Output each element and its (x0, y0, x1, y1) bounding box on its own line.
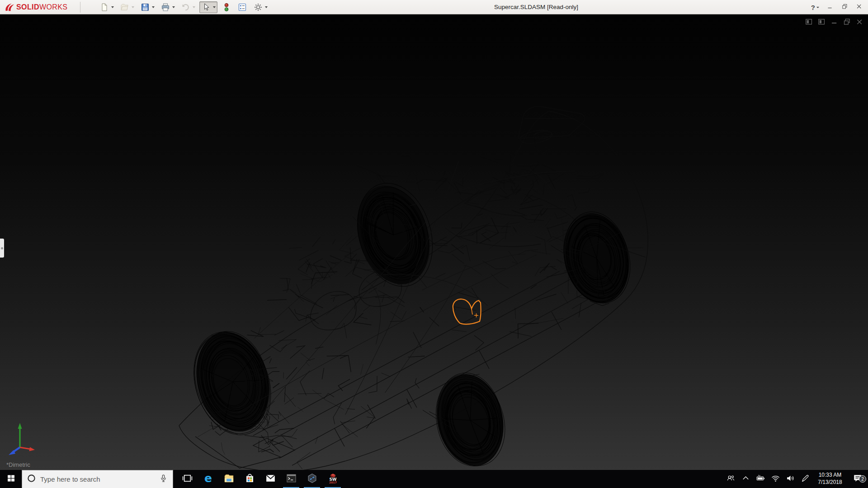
window-controls: ? (811, 0, 863, 14)
title-bar: SOLID WORKS Supercar.SLDASM [Read-only] … (0, 0, 868, 14)
save-button[interactable] (138, 1, 156, 13)
wifi-tray-button[interactable] (768, 470, 783, 488)
dropdown-arrow-icon (172, 6, 175, 8)
minimize-button[interactable] (827, 3, 834, 12)
cmd-icon (286, 473, 297, 486)
viewport-pane-right-button[interactable] (816, 18, 826, 28)
undo-icon (181, 2, 191, 12)
viewport-close-button[interactable] (854, 18, 864, 28)
hidden-icons-chevron-tray-button[interactable] (738, 470, 753, 488)
wifi-icon (771, 474, 780, 485)
restore-button[interactable] (841, 3, 848, 12)
toolbar-separator (80, 2, 80, 13)
document-window-controls (804, 18, 864, 28)
wireframe-car-model (0, 15, 868, 470)
open-folder-icon (120, 2, 130, 12)
explorer-icon (223, 473, 235, 486)
taskbar-app-buttons: eSW2017 (177, 470, 343, 488)
file-explorer-taskbar-button[interactable] (218, 470, 239, 488)
task-view-taskbar-button[interactable] (177, 470, 198, 488)
selected-edge-highlight (453, 299, 481, 324)
feature-panel-collapsed-tab[interactable] (0, 239, 4, 258)
viewport-restore-button[interactable] (842, 18, 852, 28)
store-icon (244, 473, 255, 486)
battery-icon (756, 474, 765, 485)
solidworks-icon: SW2017 (327, 473, 339, 486)
brand-text-bold: SOLID (16, 3, 39, 11)
volume-icon (786, 474, 795, 485)
select-cursor-icon (201, 2, 211, 12)
save-floppy-icon (140, 2, 150, 12)
brand-text-light: WORKS (39, 3, 67, 11)
minimize-icon (827, 3, 834, 12)
dropdown-arrow-icon (111, 6, 114, 8)
print-button[interactable] (159, 1, 177, 13)
hexagon-app-taskbar-button[interactable] (302, 470, 322, 488)
toolbar-flyout-button[interactable] (70, 1, 78, 13)
file-properties-button[interactable] (236, 1, 249, 13)
gear-icon (253, 2, 263, 12)
people-icon (726, 474, 736, 485)
people-tray-button[interactable] (723, 470, 738, 488)
action-center-button[interactable]: 2 (847, 473, 868, 485)
start-button[interactable] (0, 470, 22, 488)
windows-ink-tray-button[interactable] (798, 470, 813, 488)
restore-icon (841, 3, 848, 12)
microsoft-store-taskbar-button[interactable] (239, 470, 260, 488)
task-view-icon (182, 473, 193, 486)
clock-date: 7/13/2018 (813, 479, 847, 486)
viewport-minimize-button[interactable] (829, 18, 839, 28)
dropdown-arrow-icon (265, 6, 268, 8)
solidworks-logo-icon (5, 2, 14, 12)
command-prompt-taskbar-button[interactable] (281, 470, 302, 488)
notification-badge: 2 (859, 475, 866, 483)
tray-icons (723, 470, 813, 488)
vp-minimize-icon (830, 18, 839, 28)
vp-close-icon (855, 18, 864, 28)
undo-button[interactable] (179, 1, 197, 13)
new-document-icon (99, 2, 109, 12)
edge-icon: e (203, 473, 214, 486)
solidworks-2017-taskbar-button[interactable]: SW2017 (322, 470, 343, 488)
windows-start-icon (6, 474, 16, 485)
vp-pane-icon (817, 18, 826, 28)
volume-tray-button[interactable] (783, 470, 798, 488)
edge-taskbar-button[interactable]: e (198, 470, 218, 488)
help-dropdown-icon (816, 7, 819, 8)
microphone-icon[interactable] (159, 474, 168, 485)
search-input[interactable] (40, 475, 155, 483)
dropdown-arrow-icon (213, 6, 216, 8)
close-icon (856, 3, 863, 12)
pen-icon (801, 474, 810, 485)
svg-text:e: e (204, 473, 212, 484)
battery-charging-tray-button[interactable] (753, 470, 768, 488)
help-icon: ? (811, 4, 815, 11)
panel-tab-grip-icon (1, 247, 3, 249)
properties-list-icon (237, 2, 247, 12)
traffic-light-icon (222, 2, 231, 12)
document-title: Supercar.SLDASM [Read-only] (494, 0, 578, 14)
taskbar-clock[interactable]: 10:33 AM 7/13/2018 (813, 472, 847, 486)
mail-icon (265, 473, 276, 486)
options-button[interactable] (251, 1, 269, 13)
solidworks-logo: SOLID WORKS (5, 2, 67, 12)
open-button[interactable] (118, 1, 136, 13)
dropdown-arrow-icon (152, 6, 155, 8)
select-button[interactable] (199, 1, 217, 13)
rebuild-traffic-light-button[interactable] (220, 1, 233, 13)
close-button[interactable] (856, 3, 863, 12)
system-tray: 10:33 AM 7/13/2018 2 (723, 470, 868, 488)
viewport-pane-left-button[interactable] (804, 18, 814, 28)
graphics-area[interactable]: *Dimetric (0, 15, 868, 470)
vp-pane-icon (805, 18, 813, 28)
taskbar-search[interactable] (22, 470, 173, 488)
dropdown-arrow-icon (132, 6, 134, 8)
new-document-button[interactable] (98, 1, 116, 13)
mail-taskbar-button[interactable] (260, 470, 281, 488)
clock-time: 10:33 AM (813, 472, 847, 479)
dropdown-arrow-icon (193, 6, 195, 8)
help-button[interactable]: ? (811, 4, 819, 11)
hexagon-icon (307, 473, 318, 486)
chevron-up-icon (741, 474, 750, 485)
windows-taskbar: eSW2017 10:33 AM 7/13/2018 2 (0, 470, 868, 488)
